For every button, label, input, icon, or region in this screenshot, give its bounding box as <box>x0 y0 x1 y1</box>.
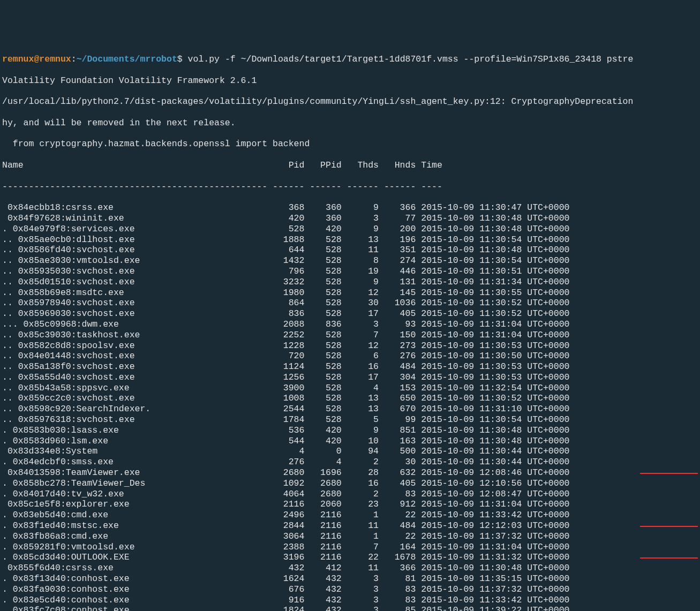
prompt-dollar: $ <box>177 54 183 64</box>
process-row: .. 0x85976318:svchost.exe 1784 528 5 99 … <box>2 414 698 425</box>
process-row: . 0x84017d40:tv_w32.exe 4064 2680 2 83 2… <box>2 489 698 500</box>
process-row: 0x855f6d40:csrss.exe 432 412 11 366 2015… <box>2 563 698 574</box>
process-row: . 0x859281f0:vmtoolsd.exe 2388 2116 7 16… <box>2 542 698 553</box>
process-row: 0x85c1e5f8:explorer.exe 2116 2060 23 912… <box>2 499 698 510</box>
output-line: Volatility Foundation Volatility Framewo… <box>2 76 698 86</box>
process-row: . 0x83fc7c08:conhost.exe 1824 432 3 85 2… <box>2 605 698 611</box>
process-row: 0x83d334e8:System 4 0 94 500 2015-10-09 … <box>2 446 698 457</box>
process-row: .. 0x8598c920:SearchIndexer. 2544 528 13… <box>2 404 698 414</box>
process-row: .. 0x8586fd40:svchost.exe 644 528 11 351… <box>2 245 698 255</box>
process-row: .. 0x85b43a58:sppsvc.exe 3900 528 4 153 … <box>2 383 698 394</box>
process-row: 0x84ecbb18:csrss.exe 368 360 9 366 2015-… <box>2 202 698 213</box>
output-line: /usr/local/lib/python2.7/dist-packages/v… <box>2 96 698 107</box>
process-row: .. 0x85969030:svchost.exe 836 528 17 405… <box>2 308 698 319</box>
highlight-marker <box>640 473 698 474</box>
process-row: .. 0x858b69e8:msdtc.exe 1980 528 12 145 … <box>2 288 698 298</box>
process-row: . 0x83fa9030:conhost.exe 676 432 3 83 20… <box>2 584 698 595</box>
process-row: .. 0x85ae0cb0:dllhost.exe 1888 528 13 19… <box>2 235 698 245</box>
process-row: . 0x85cd3d40:OUTLOOK.EXE 3196 2116 22 16… <box>2 552 698 563</box>
process-row: . 0x83eb5d40:cmd.exe 2496 2116 1 22 2015… <box>2 510 698 521</box>
table-separator: ----------------------------------------… <box>2 182 698 192</box>
terminal-content[interactable]: remnux@remnux:~/Documents/mrrobot$ vol.p… <box>2 43 698 611</box>
highlight-marker <box>640 526 698 527</box>
process-row: . 0x83f1ed40:mstsc.exe 2844 2116 11 484 … <box>2 521 698 531</box>
command-text: vol.py -f ~/Downloads/target1/Target1-1d… <box>183 54 634 64</box>
table-header: Name Pid PPid Thds Hnds Time <box>2 160 698 171</box>
process-row: .. 0x85978940:svchost.exe 864 528 30 103… <box>2 298 698 308</box>
output-line: from cryptography.hazmat.backends.openss… <box>2 139 698 149</box>
prompt-host: remnux <box>39 54 71 64</box>
process-row: . 0x858bc278:TeamViewer_Des 1092 2680 16… <box>2 478 698 489</box>
prompt-user: remnux <box>2 54 34 64</box>
process-row: . 0x8583b030:lsass.exe 536 420 9 851 201… <box>2 425 698 436</box>
highlight-marker <box>640 557 698 559</box>
process-row: .. 0x8582c8d8:spoolsv.exe 1228 528 12 27… <box>2 341 698 351</box>
process-row: . 0x83f13d40:conhost.exe 1624 432 3 81 2… <box>2 574 698 584</box>
process-row: .. 0x84e01448:svchost.exe 720 528 6 276 … <box>2 351 698 361</box>
output-line: hy, and will be removed in the next rele… <box>2 118 698 129</box>
process-row: .. 0x859cc2c0:svchost.exe 1008 528 13 65… <box>2 393 698 404</box>
process-row: .. 0x85935030:svchost.exe 796 528 19 446… <box>2 266 698 277</box>
process-row: .. 0x85ae3030:vmtoolsd.exe 1432 528 8 27… <box>2 255 698 266</box>
process-row: ... 0x85c09968:dwm.exe 2088 836 3 93 201… <box>2 319 698 330</box>
process-row: .. 0x85a138f0:svchost.exe 1124 528 16 48… <box>2 361 698 372</box>
process-row: . 0x83e5cd40:conhost.exe 916 432 3 83 20… <box>2 595 698 606</box>
prompt-colon: : <box>71 54 77 64</box>
process-row: . 0x83fb86a8:cmd.exe 3064 2116 1 22 2015… <box>2 531 698 542</box>
prompt-at: @ <box>34 54 39 64</box>
process-row: .. 0x85c39030:taskhost.exe 2252 528 7 15… <box>2 330 698 341</box>
process-row: .. 0x85d01510:svchost.exe 3232 528 9 131… <box>2 277 698 288</box>
prompt-line: remnux@remnux:~/Documents/mrrobot$ vol.p… <box>2 54 698 65</box>
process-row: . 0x84e979f8:services.exe 528 420 9 200 … <box>2 224 698 235</box>
process-row: 0x84013598:TeamViewer.exe 2680 1696 28 6… <box>2 467 698 478</box>
process-row: 0x84f97628:wininit.exe 420 360 3 77 2015… <box>2 213 698 224</box>
process-row: .. 0x85a55d40:svchost.exe 1256 528 17 30… <box>2 372 698 383</box>
process-row: . 0x8583d960:lsm.exe 544 420 10 163 2015… <box>2 436 698 447</box>
process-row: . 0x84edcbf0:smss.exe 276 4 2 30 2015-10… <box>2 457 698 467</box>
prompt-path: ~/Documents/mrrobot <box>77 54 177 64</box>
